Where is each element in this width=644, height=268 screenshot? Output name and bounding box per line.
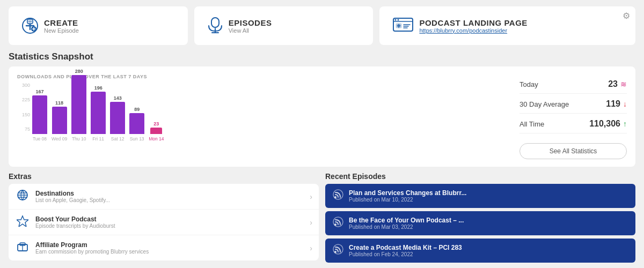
destinations-icon — [15, 189, 30, 204]
stat-today-value: 23 — [608, 79, 618, 89]
stats-section: DOWNLOADS AND PLAYS OVER THE LAST 7 DAYS… — [0, 66, 644, 167]
extras-item-destinations[interactable]: Destinations List on Apple, Gaogie, Spot… — [9, 184, 319, 210]
svg-point-15 — [395, 19, 397, 21]
affiliate-chevron: › — [310, 244, 312, 252]
affiliate-sub: Earn commission by promoting Blubrry ser… — [35, 249, 304, 255]
landing-icon — [392, 17, 414, 34]
boost-title: Boost Your Podcast — [35, 215, 304, 223]
recent-rss-icon-1 — [333, 217, 343, 230]
recent-item-date-2: Published on Feb 24, 2022 — [349, 251, 462, 257]
destinations-chevron: › — [310, 192, 312, 201]
stat-today-value-group: 23 ≋ — [608, 79, 627, 89]
stat-avg-label: 30 Day Average — [519, 100, 569, 108]
landing-card[interactable]: PODCAST LANDING PAGE https://blubrry.com… — [379, 6, 635, 45]
bar-sat-rect — [110, 102, 125, 134]
svg-rect-4 — [27, 19, 33, 24]
boost-icon — [15, 215, 30, 229]
svg-marker-28 — [17, 216, 28, 227]
recent-section: Recent Episodes Plan and Services Change… — [325, 172, 635, 263]
recent-item-text-0: Plan and Services Changes at Blubrr... P… — [349, 189, 466, 203]
gear-icon[interactable]: ⚙ — [623, 11, 630, 21]
bar-wed: 118 Wed 09 — [52, 100, 67, 142]
recent-item-title-1: Be the Face of Your Own Podcast – ... — [349, 217, 464, 224]
svg-point-35 — [334, 224, 336, 226]
create-card-text: CREATE New Episode — [44, 18, 79, 34]
y-label-300: 300 — [17, 83, 30, 88]
svg-point-33 — [334, 196, 336, 198]
stats-card: DOWNLOADS AND PLAYS OVER THE LAST 7 DAYS… — [9, 66, 635, 167]
bottom-content: Extras Destinations List on Apple, Gaogi… — [0, 167, 644, 263]
bar-thu-rect — [71, 75, 86, 134]
bar-fri-rect — [91, 92, 106, 134]
stat-today-row: Today 23 ≋ — [519, 79, 627, 94]
recent-item-0[interactable]: Plan and Services Changes at Blubrr... P… — [325, 184, 635, 208]
chart-title: DOWNLOADS AND PLAYS OVER THE LAST 7 DAYS — [17, 74, 511, 79]
destinations-sub: List on Apple, Gaogie, Spotify... — [35, 197, 304, 203]
extras-item-boost[interactable]: Boost Your Podcast Episode transcripts b… — [9, 210, 319, 235]
stat-avg-row: 30 Day Average 119 ↓ — [519, 99, 627, 114]
destinations-text: Destinations List on Apple, Gaogie, Spot… — [35, 190, 304, 203]
affiliate-title: Affiliate Program — [35, 241, 304, 249]
bar-fri: 196 Fri 11 — [91, 85, 106, 142]
recent-item-text-2: Create a Podcast Media Kit – PCI 283 Pub… — [349, 244, 462, 257]
stats-numbers: Today 23 ≋ 30 Day Average 119 ↓ All Time… — [519, 74, 627, 159]
bar-tue: 167 Tue 08 — [32, 89, 47, 142]
create-card[interactable]: CREATE New Episode — [9, 6, 188, 45]
create-sub: New Episode — [44, 27, 79, 34]
bar-mon-rect — [150, 128, 162, 134]
bar-wed-rect — [52, 107, 67, 134]
affiliate-icon — [15, 241, 30, 255]
extras-list: Destinations List on Apple, Gaogie, Spot… — [9, 184, 319, 260]
boost-sub: Episode transcripts by Audioburst — [35, 223, 304, 229]
recent-item-1[interactable]: Be the Face of Your Own Podcast – ... Pu… — [325, 211, 635, 235]
stat-alltime-value: 110,306 — [589, 119, 620, 129]
chart-area: DOWNLOADS AND PLAYS OVER THE LAST 7 DAYS… — [17, 74, 511, 159]
create-icon — [21, 17, 39, 34]
stat-alltime-value-group: 110,306 ↑ — [589, 119, 627, 129]
destinations-title: Destinations — [35, 190, 304, 197]
bar-mon: 23 Mon 14 — [149, 121, 164, 142]
extras-title: Extras — [9, 172, 319, 181]
y-label-75: 75 — [17, 126, 30, 132]
top-cards-row: CREATE New Episode EPISODES View All — [0, 0, 644, 49]
bar-sun-rect — [129, 113, 144, 134]
svg-point-37 — [334, 251, 336, 253]
stats-section-title: Statistics Snapshot — [0, 49, 644, 66]
recent-item-date-1: Published on Mar 03, 2022 — [349, 224, 464, 230]
landing-card-text: PODCAST LANDING PAGE https://blubrry.com… — [419, 18, 527, 34]
recent-item-2[interactable]: Create a Podcast Media Kit – PCI 283 Pub… — [325, 239, 635, 263]
landing-link[interactable]: https://blubrry.com/podcastinsider — [419, 27, 527, 34]
svg-rect-10 — [211, 18, 219, 27]
affiliate-text: Affiliate Program Earn commission by pro… — [35, 241, 304, 255]
recent-item-title-0: Plan and Services Changes at Blubrr... — [349, 189, 466, 197]
extras-item-affiliate[interactable]: Affiliate Program Earn commission by pro… — [9, 235, 319, 260]
stat-avg-value-group: 119 ↓ — [606, 99, 627, 109]
recent-title: Recent Episodes — [325, 172, 635, 181]
bars-container: 167 Tue 08 118 Wed 09 280 Thu 10 — [32, 83, 511, 142]
landing-label: PODCAST LANDING PAGE — [419, 18, 527, 27]
recent-rss-icon-0 — [333, 189, 343, 203]
stat-alltime-label: All Time — [519, 120, 544, 128]
episodes-sub: View All — [229, 27, 272, 34]
episodes-card[interactable]: EPISODES View All — [194, 6, 374, 45]
stat-alltime-row: All Time 110,306 ↑ — [519, 119, 627, 133]
see-all-stats-button[interactable]: See All Statistics — [519, 143, 627, 159]
bar-tue-rect — [32, 95, 47, 134]
create-label: CREATE — [44, 18, 79, 27]
stat-today-icon: ≋ — [620, 80, 627, 88]
y-label-225: 225 — [17, 97, 30, 102]
stat-alltime-icon: ↑ — [623, 120, 627, 128]
recent-item-text-1: Be the Face of Your Own Podcast – ... Pu… — [349, 217, 464, 230]
bar-sun: 89 Sun 13 — [129, 107, 144, 142]
episodes-card-text: EPISODES View All — [229, 18, 272, 34]
stat-avg-value: 119 — [606, 99, 620, 109]
y-label-150: 150 — [17, 112, 30, 117]
recent-rss-icon-2 — [333, 244, 343, 257]
boost-chevron: › — [310, 218, 312, 227]
episodes-icon — [207, 17, 223, 35]
extras-section: Extras Destinations List on Apple, Gaogi… — [9, 172, 319, 263]
bar-sat: 143 Sat 12 — [110, 95, 125, 142]
stat-today-label: Today — [519, 80, 538, 88]
svg-point-16 — [398, 19, 399, 21]
recent-item-title-2: Create a Podcast Media Kit – PCI 283 — [349, 244, 462, 251]
